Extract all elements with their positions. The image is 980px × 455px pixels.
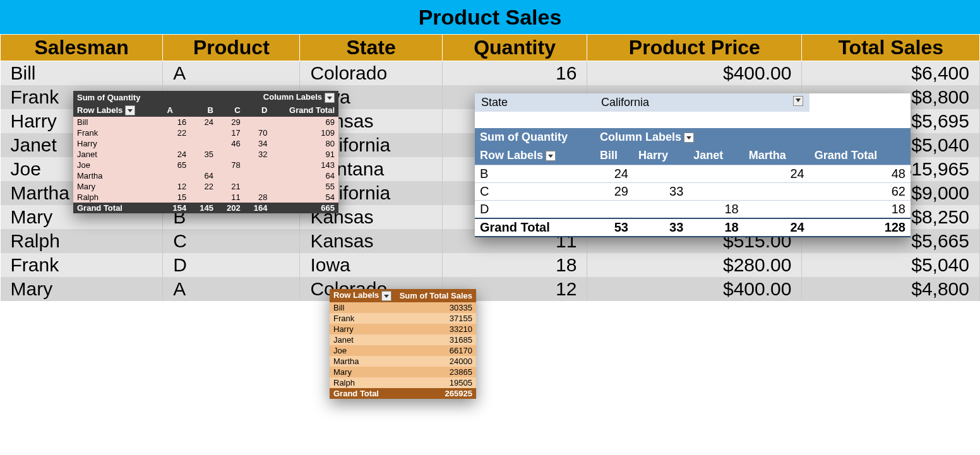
col-product[interactable]: Product xyxy=(163,35,300,61)
pivot-cell[interactable] xyxy=(190,138,217,149)
cell-salesman[interactable]: Bill xyxy=(1,61,163,86)
pivot-cell[interactable]: 12 xyxy=(164,181,191,192)
pivot-cell[interactable]: 29 xyxy=(595,183,633,201)
pivot-cell[interactable]: 91 xyxy=(271,149,338,160)
pivot-row-label[interactable]: Joe xyxy=(330,345,395,356)
pivot-cell[interactable]: 24000 xyxy=(395,356,476,367)
cell-price[interactable]: $280.00 xyxy=(587,253,802,277)
cell-salesman[interactable]: Mary xyxy=(1,277,163,301)
pivot-cell[interactable]: 17 xyxy=(217,127,244,138)
pivot-row-label[interactable]: Bill xyxy=(330,302,395,313)
pivot-cell[interactable]: 37155 xyxy=(395,313,476,324)
col-state[interactable]: State xyxy=(300,35,442,61)
pivot-row-label[interactable]: Joe xyxy=(73,160,164,170)
pivot-cell[interactable]: 34 xyxy=(244,138,272,149)
cell-quantity[interactable]: 18 xyxy=(442,253,587,277)
pivot1-col-d[interactable]: D xyxy=(244,104,272,117)
pivot-cell[interactable] xyxy=(190,160,217,170)
pivot3-row-labels[interactable]: Row Labels xyxy=(330,289,395,302)
pivot1-row-labels[interactable]: Row Labels xyxy=(73,104,164,117)
pivot2-row-labels[interactable]: Row Labels xyxy=(475,146,595,165)
pivot-row[interactable]: Frank221770109 xyxy=(73,127,338,138)
pivot-cell[interactable]: 22 xyxy=(164,127,191,138)
pivot-row-label[interactable]: Bill xyxy=(73,117,164,127)
cell-product[interactable]: A xyxy=(163,277,300,301)
pivot-row-label[interactable]: Harry xyxy=(73,138,164,149)
pivot-cell[interactable]: 109 xyxy=(271,127,338,138)
pivot-cell[interactable]: 22 xyxy=(190,181,217,192)
pivot-row[interactable]: Ralph19505 xyxy=(330,377,476,388)
pivot-row[interactable]: Mary12222155 xyxy=(73,181,338,192)
pivot-row[interactable]: Harry463480 xyxy=(73,138,338,149)
pivot-row[interactable]: Janet24353291 xyxy=(73,149,338,160)
pivot2-col-labels[interactable]: Column Labels xyxy=(595,128,911,146)
cell-total[interactable]: $5,040 xyxy=(802,253,980,277)
pivot-cell[interactable]: 30335 xyxy=(395,302,476,313)
pivot-cell[interactable] xyxy=(744,183,810,201)
pivot-cell[interactable]: 65 xyxy=(164,160,191,170)
dropdown-icon[interactable] xyxy=(381,291,391,301)
pivot1-col-c[interactable]: C xyxy=(217,104,244,117)
pivot-cell[interactable]: 55 xyxy=(271,181,338,192)
pivot-cell[interactable] xyxy=(244,170,272,181)
pivot-cell[interactable]: 24 xyxy=(164,149,191,160)
cell-product[interactable]: C xyxy=(163,229,300,253)
pivot-cell[interactable] xyxy=(190,127,217,138)
pivot-cell[interactable]: 70 xyxy=(244,127,272,138)
cell-total[interactable]: $4,800 xyxy=(802,277,980,301)
pivot-cell[interactable] xyxy=(595,201,633,219)
cell-product[interactable]: A xyxy=(163,61,300,86)
pivot-cell[interactable]: 64 xyxy=(190,170,217,181)
cell-state[interactable]: Iowa xyxy=(300,253,442,277)
dropdown-icon[interactable] xyxy=(325,93,335,103)
cell-price[interactable]: $400.00 xyxy=(587,277,802,301)
pivot1-col-a[interactable]: A xyxy=(164,104,191,117)
pivot-row-label[interactable]: Ralph xyxy=(330,377,395,388)
pivot-row-label[interactable]: C xyxy=(475,183,595,201)
cell-total[interactable]: $6,400 xyxy=(802,61,980,86)
cell-state[interactable]: Colorado xyxy=(300,61,442,86)
pivot-cell[interactable]: 46 xyxy=(217,138,244,149)
pivot-row[interactable]: Martha24000 xyxy=(330,356,476,367)
pivot-cell[interactable] xyxy=(190,192,217,203)
pivot-cell[interactable] xyxy=(244,117,272,127)
pivot-row[interactable]: Joe6578143 xyxy=(73,160,338,170)
pivot-row-label[interactable]: Harry xyxy=(330,324,395,334)
pivot-row-label[interactable]: Martha xyxy=(73,170,164,181)
pivot-cell[interactable]: 64 xyxy=(271,170,338,181)
pivot-cell[interactable]: 33210 xyxy=(395,324,476,334)
cell-quantity[interactable]: 16 xyxy=(442,61,587,86)
pivot-row-label[interactable]: D xyxy=(475,201,595,219)
cell-salesman[interactable]: Ralph xyxy=(1,229,163,253)
pivot-row[interactable]: Mary23865 xyxy=(330,367,476,377)
pivot-cell[interactable] xyxy=(688,183,743,201)
pivot-cell[interactable]: 18 xyxy=(688,201,743,219)
table-row[interactable]: MaryAColorado12$400.00$4,800 xyxy=(1,277,980,301)
pivot1-col-labels[interactable]: Column Labels xyxy=(164,91,338,104)
pivot-row-label[interactable]: Ralph xyxy=(73,192,164,203)
pivot-cell[interactable]: 48 xyxy=(810,165,911,183)
pivot2-filter-value[interactable]: California xyxy=(595,93,810,112)
dropdown-icon[interactable] xyxy=(684,133,694,143)
filter-icon[interactable] xyxy=(793,96,803,106)
pivot-cell[interactable]: 23865 xyxy=(395,367,476,377)
pivot-row[interactable]: Frank37155 xyxy=(330,313,476,324)
pivot-row[interactable]: Martha6464 xyxy=(73,170,338,181)
table-row[interactable]: FrankDIowa18$280.00$5,040 xyxy=(1,253,980,277)
col-product-price[interactable]: Product Price xyxy=(587,35,802,61)
pivot-cell[interactable]: 11 xyxy=(217,192,244,203)
col-total-sales[interactable]: Total Sales xyxy=(802,35,980,61)
pivot-cell[interactable] xyxy=(217,170,244,181)
pivot-cell[interactable] xyxy=(688,165,743,183)
col-salesman[interactable]: Salesman xyxy=(1,35,163,61)
pivot-cell[interactable]: 24 xyxy=(744,165,810,183)
dropdown-icon[interactable] xyxy=(546,151,556,161)
pivot-row[interactable]: Harry33210 xyxy=(330,324,476,334)
pivot-cell[interactable]: 69 xyxy=(271,117,338,127)
pivot-row[interactable]: Janet31685 xyxy=(330,334,476,345)
dropdown-icon[interactable] xyxy=(125,105,135,115)
pivot-cell[interactable]: 21 xyxy=(217,181,244,192)
pivot1-col-b[interactable]: B xyxy=(190,104,217,117)
col-quantity[interactable]: Quantity xyxy=(442,35,587,61)
pivot-row-label[interactable]: Martha xyxy=(330,356,395,367)
